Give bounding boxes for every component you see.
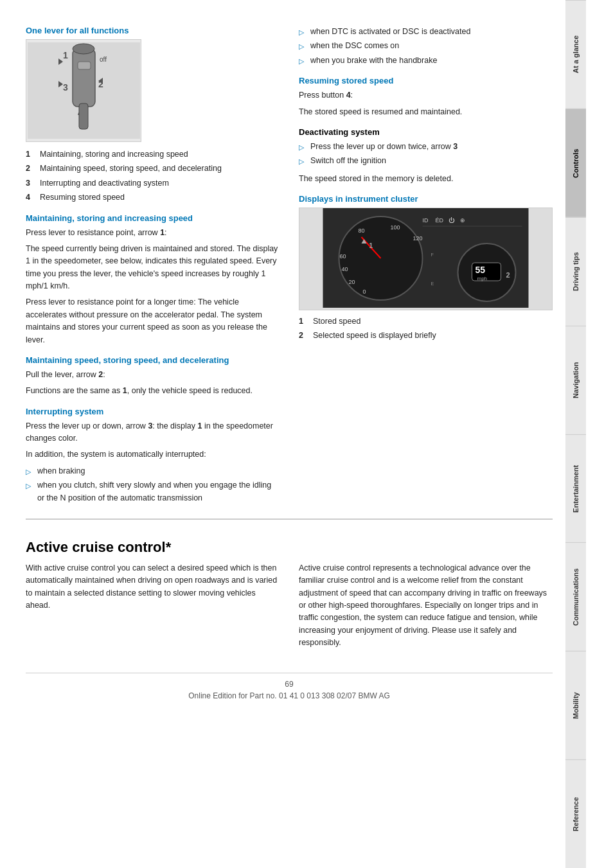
instrument-label-2: 2 Selected speed is displayed briefly [299, 330, 553, 342]
svg-rect-9 [79, 103, 88, 129]
arrow-icon-ignition: ▷ [299, 156, 306, 167]
bullet-text-2: when you clutch, shift very slowly and w… [37, 479, 280, 504]
bullet-ignition-text: Switch off the ignition [310, 155, 386, 167]
section4-heading: Interrupting system [26, 407, 280, 416]
page-footer: 69 Online Edition for Part no. 01 41 0 0… [26, 673, 553, 700]
svg-text:40: 40 [342, 266, 348, 272]
sidebar: At a glance Controls Driving tips Naviga… [565, 0, 586, 868]
arrow-icon-2: ▷ [26, 481, 33, 492]
section1-heading: One lever for all functions [26, 26, 280, 35]
sidebar-tab-mobility[interactable]: Mobility [565, 651, 586, 759]
section2-heading: Maintaining, storing and increasing spee… [26, 213, 280, 223]
bullet-ignition: ▷ Switch off the ignition [299, 155, 553, 167]
instrument-cluster-image: 80 100 120 60 40 20 0 1 [299, 208, 553, 310]
instrument-labels-list: 1 Stored speed 2 Selected speed is displ… [299, 315, 553, 342]
cruise-right: Active cruise control represents a techn… [299, 562, 553, 653]
numbered-list: 1 Maintaining, storing and increasing sp… [26, 148, 280, 204]
instrument-text-1: Stored speed [313, 315, 360, 328]
footer-text: Online Edition for Part no. 01 41 0 013 … [26, 691, 553, 700]
main-content: One lever for all functions 1 [0, 0, 565, 868]
active-cruise-section: Active cruise control* With active cruis… [26, 518, 553, 653]
bullet-lever-text: Press the lever up or down twice, arrow … [310, 141, 458, 153]
item1-text: Maintaining, storing and increasing spee… [40, 148, 188, 161]
sidebar-tab-controls[interactable]: Controls [565, 109, 586, 217]
section2-p1: Press lever to resistance point, arrow 1… [26, 227, 280, 239]
item2-num: 2 [26, 163, 35, 175]
arrow-icon-handbrake: ▷ [299, 56, 306, 67]
instrument-svg: 80 100 120 60 40 20 0 1 [299, 208, 552, 308]
bullet-dtc: ▷ when DTC is activated or DSC is deacti… [299, 26, 553, 38]
svg-text:F: F [431, 252, 434, 257]
svg-text:E: E [431, 281, 434, 286]
instrument-num-1: 1 [299, 315, 308, 328]
svg-rect-1 [73, 49, 95, 107]
section5-p1: Press button 4: [299, 89, 553, 102]
arrow-icon-lever: ▷ [299, 142, 306, 153]
instrument-num-2: 2 [299, 330, 308, 342]
section6-p1: The speed stored in the memory is delete… [299, 173, 553, 185]
item1-num: 1 [26, 148, 35, 161]
interrupting-bullet-list: ▷ when braking ▷ when you clutch, shift … [26, 465, 280, 504]
svg-text:⊕: ⊕ [460, 217, 465, 224]
section2-p2: The speed currently being driven is main… [26, 243, 280, 293]
bullet-dtc-text: when DTC is activated or DSC is deactiva… [310, 26, 470, 38]
svg-text:mph: mph [477, 276, 488, 281]
bullet-dsc-text: when the DSC comes on [310, 40, 399, 52]
sidebar-tab-navigation[interactable]: Navigation [565, 326, 586, 434]
svg-text:55: 55 [475, 265, 486, 275]
sidebar-tab-at-a-glance[interactable]: At a glance [565, 0, 586, 109]
section4-p1: Press the lever up or down, arrow 3: the… [26, 420, 280, 445]
section2-p3: Press lever to resistance point for a lo… [26, 296, 280, 346]
lever-svg: 1 2 3 4 off [28, 42, 140, 139]
item4-num: 4 [26, 191, 35, 204]
bullet-dsc: ▷ when the DSC comes on [299, 40, 553, 52]
sidebar-tab-communications[interactable]: Communications [565, 542, 586, 651]
svg-text:20: 20 [349, 279, 355, 285]
item3-text: Interrupting and deactivating system [40, 177, 169, 190]
left-column: One lever for all functions 1 [26, 26, 280, 509]
top-bullets: ▷ when DTC is activated or DSC is deacti… [299, 26, 553, 67]
page-wrapper: One lever for all functions 1 [0, 0, 613, 868]
arrow-icon-dtc: ▷ [299, 27, 306, 38]
list-item-3: 3 Interrupting and deactivating system [26, 177, 280, 190]
bullet-handbrake-text: when you brake with the handbrake [310, 55, 437, 67]
bullet-item-braking: ▷ when braking [26, 465, 280, 477]
svg-text:1: 1 [63, 50, 68, 60]
svg-rect-3 [78, 62, 91, 69]
sidebar-tab-reference[interactable]: Reference [565, 759, 586, 868]
section7-heading: Displays in instrument cluster [299, 194, 553, 204]
svg-text:1: 1 [369, 242, 373, 249]
svg-text:ID: ID [423, 217, 429, 224]
section3-p2: Functions are the same as 1, only the ve… [26, 385, 280, 397]
section6-heading: Deactivating system [299, 127, 553, 137]
svg-point-2 [73, 44, 94, 54]
right-column: ▷ when DTC is activated or DSC is deacti… [299, 26, 553, 509]
sidebar-tab-entertainment[interactable]: Entertainment [565, 434, 586, 543]
active-cruise-heading: Active cruise control* [26, 539, 553, 556]
page-number: 69 [26, 680, 553, 689]
svg-text:60: 60 [340, 253, 346, 260]
lever-image: 1 2 3 4 off [26, 39, 141, 142]
svg-text:80: 80 [359, 227, 365, 234]
cruise-left: With active cruise control you can selec… [26, 562, 280, 653]
bullet-text-1: when braking [37, 465, 85, 477]
bullet-item-clutch: ▷ when you clutch, shift very slowly and… [26, 479, 280, 504]
cruise-two-col: With active cruise control you can selec… [26, 562, 553, 653]
section4-p2: In addition, the system is automatically… [26, 448, 280, 461]
bullet-handbrake: ▷ when you brake with the handbrake [299, 55, 553, 67]
sidebar-tab-driving-tips[interactable]: Driving tips [565, 217, 586, 326]
cruise-p1: With active cruise control you can selec… [26, 562, 280, 612]
item2-text: Maintaining speed, storing speed, and de… [40, 163, 222, 175]
svg-text:100: 100 [391, 224, 400, 231]
section3-heading: Maintaining speed, storing speed, and de… [26, 355, 280, 365]
section3-p1: Pull the lever, arrow 2: [26, 369, 280, 381]
list-item-1: 1 Maintaining, storing and increasing sp… [26, 148, 280, 161]
instrument-label-1: 1 Stored speed [299, 315, 553, 328]
cruise-p2: Active cruise control represents a techn… [299, 562, 553, 650]
svg-text:0: 0 [363, 288, 366, 295]
item3-num: 3 [26, 177, 35, 190]
arrow-icon-dsc: ▷ [299, 41, 306, 52]
deactivating-bullets: ▷ Press the lever up or down twice, arro… [299, 141, 553, 168]
instrument-text-2: Selected speed is displayed briefly [313, 330, 436, 342]
list-item-4: 4 Resuming stored speed [26, 191, 280, 204]
